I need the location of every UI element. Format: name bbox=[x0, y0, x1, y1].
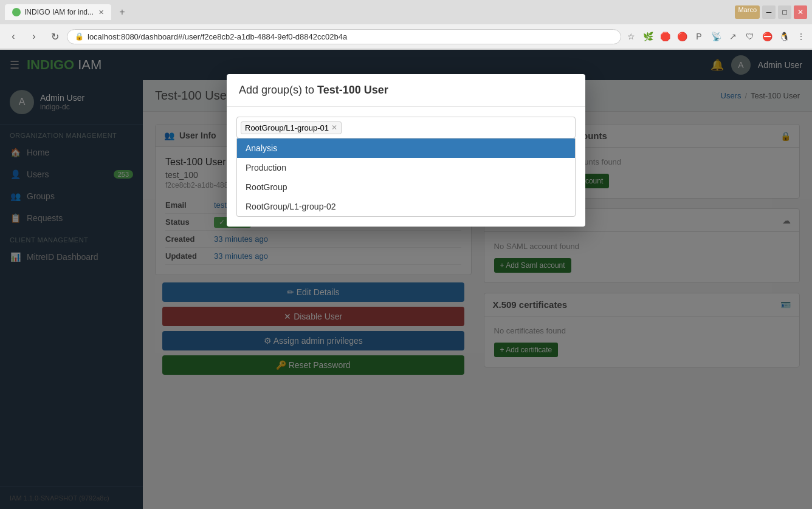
restore-button[interactable]: □ bbox=[778, 5, 791, 19]
add-groups-modal: Add group(s) to Test-100 User RootGroup/… bbox=[227, 80, 585, 227]
modal-title: Add group(s) to Test-100 User bbox=[239, 84, 573, 97]
modal-title-prefix: Add group(s) to bbox=[239, 84, 314, 96]
dropdown-item-analysis[interactable]: Analysis bbox=[237, 138, 575, 158]
reload-button[interactable]: ↻ bbox=[46, 28, 63, 45]
browser-toolbar: ‹ › ↻ 🔒 localhost:8080/dashboard#/user/f… bbox=[0, 24, 812, 49]
tab-close-button[interactable]: ✕ bbox=[98, 9, 104, 16]
new-tab-button[interactable]: + bbox=[114, 4, 131, 21]
group-dropdown-list: Analysis Production RootGroup RootGroup/… bbox=[236, 138, 576, 217]
dropdown-item-rootgroup[interactable]: RootGroup bbox=[237, 177, 575, 197]
dropdown-item-production[interactable]: Production bbox=[237, 158, 575, 177]
tag-label: RootGroup/L1-group-01 bbox=[245, 123, 329, 132]
pinterest-icon[interactable]: P bbox=[693, 30, 705, 43]
rss-icon[interactable]: 📡 bbox=[710, 30, 722, 43]
adblock-icon[interactable]: 🛑 bbox=[659, 30, 671, 43]
browser-chrome: INDIGO IAM for ind... ✕ + Marco ─ □ ✕ ‹ … bbox=[0, 0, 812, 50]
tux-icon[interactable]: 🐧 bbox=[778, 30, 790, 43]
browser-tab[interactable]: INDIGO IAM for ind... ✕ bbox=[5, 4, 111, 20]
group-search-input[interactable] bbox=[344, 123, 571, 132]
address-bar[interactable]: 🔒 localhost:8080/dashboard#/user/f2ce8cb… bbox=[67, 29, 621, 44]
menu-icon[interactable]: ⋮ bbox=[795, 30, 807, 43]
modal-title-bold: Test-100 User bbox=[317, 84, 388, 96]
main-layout: A Admin User indigo-dc Organization Mana… bbox=[0, 80, 812, 509]
modal-header: Add group(s) to Test-100 User bbox=[227, 80, 585, 107]
browser-toolbar-icons: ☆ 🌿 🛑 🔴 P 📡 ↗ 🛡 ⛔ 🐧 ⋮ bbox=[625, 30, 807, 43]
address-path: :8080/dashboard#/user/f2ce8cb2-a1db-4884… bbox=[119, 32, 347, 41]
favicon-icon bbox=[12, 8, 21, 16]
lock-icon: 🔒 bbox=[75, 32, 84, 41]
selected-tag: RootGroup/L1-group-01 ✕ bbox=[241, 121, 342, 134]
app: ☰ INDIGO IAM 🔔 A Admin User A Admin User… bbox=[0, 50, 812, 509]
tab-title: INDIGO IAM for ind... bbox=[24, 8, 94, 16]
profile-tag: Marco bbox=[735, 5, 760, 19]
minimize-button[interactable]: ─ bbox=[762, 5, 776, 19]
shield-icon[interactable]: 🛡 bbox=[744, 30, 756, 43]
ublock-icon[interactable]: 🔴 bbox=[676, 30, 688, 43]
window-controls: Marco ─ □ ✕ bbox=[735, 5, 807, 19]
bookmark-icon[interactable]: ☆ bbox=[625, 30, 637, 43]
back-button[interactable]: ‹ bbox=[5, 28, 22, 45]
modal-body: RootGroup/L1-group-01 ✕ Analysis Product… bbox=[227, 107, 585, 227]
share-icon[interactable]: ↗ bbox=[727, 30, 739, 43]
address-text: localhost:8080/dashboard#/user/f2ce8cb2-… bbox=[88, 32, 347, 41]
tag-remove-button[interactable]: ✕ bbox=[331, 123, 337, 132]
group-tag-input[interactable]: RootGroup/L1-group-01 ✕ bbox=[236, 117, 576, 138]
address-host: localhost bbox=[88, 32, 119, 41]
modal-overlay: Add group(s) to Test-100 User RootGroup/… bbox=[143, 80, 812, 509]
dropdown-item-rootgroup-l1-02[interactable]: RootGroup/L1-group-02 bbox=[237, 197, 575, 216]
content-area: Test-100 User Users / Test-100 User 👥 Us… bbox=[143, 80, 812, 509]
block-icon[interactable]: ⛔ bbox=[761, 30, 773, 43]
close-window-button[interactable]: ✕ bbox=[794, 5, 807, 19]
forward-button[interactable]: › bbox=[26, 28, 43, 45]
browser-titlebar: INDIGO IAM for ind... ✕ + Marco ─ □ ✕ bbox=[0, 0, 812, 24]
extension-icon[interactable]: 🌿 bbox=[642, 30, 654, 43]
